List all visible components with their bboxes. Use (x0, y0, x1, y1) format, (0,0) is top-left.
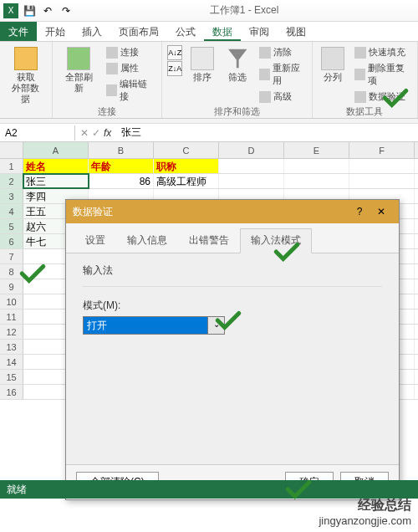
tab-formulas[interactable]: 公式 (167, 22, 204, 41)
sort-icon (191, 47, 214, 70)
cell[interactable]: 年龄 (89, 159, 154, 173)
cell[interactable] (284, 174, 349, 188)
cell[interactable] (219, 159, 284, 173)
dialog-title: 数据验证 (73, 205, 349, 219)
dlg-tab-settings[interactable]: 设置 (74, 228, 116, 253)
tab-insert[interactable]: 插入 (74, 22, 110, 41)
chevron-down-icon[interactable]: ⌄ (208, 316, 225, 335)
undo-icon[interactable]: ↶ (40, 3, 55, 18)
row-header[interactable]: 3 (0, 189, 23, 203)
data-validation-button[interactable]: 数据验证 (353, 90, 412, 104)
accept-formula-icon[interactable]: ✓ (92, 127, 100, 139)
row-header[interactable]: 7 (0, 249, 23, 263)
name-box[interactable]: A2 (0, 125, 75, 141)
sort-button[interactable]: 排序 (187, 45, 217, 84)
properties-icon (106, 63, 118, 74)
connections-icon (106, 47, 118, 59)
cell[interactable]: 张三 (23, 174, 89, 188)
dlg-tab-input[interactable]: 输入信息 (116, 228, 178, 253)
row-header[interactable]: 5 (0, 219, 23, 233)
dlg-tab-ime[interactable]: 输入法模式 (240, 228, 312, 253)
cell[interactable]: 姓名 (23, 159, 89, 173)
edit-links-button[interactable]: 编辑链接 (104, 77, 156, 104)
advanced-filter-button[interactable]: 高级 (257, 90, 306, 104)
tab-view[interactable]: 视图 (278, 22, 314, 41)
redo-icon[interactable]: ↷ (59, 3, 74, 18)
ime-section-label: 输入法 (83, 263, 382, 278)
tab-layout[interactable]: 页面布局 (110, 22, 167, 41)
refresh-icon (67, 47, 90, 70)
tab-data[interactable]: 数据 (204, 22, 241, 41)
row-header[interactable]: 10 (0, 294, 23, 309)
remove-duplicates-button[interactable]: 删除重复项 (353, 61, 412, 88)
tab-review[interactable]: 审阅 (241, 22, 278, 41)
cell[interactable]: 86 (89, 174, 154, 188)
cell[interactable]: 高级工程师 (154, 174, 219, 188)
row-header[interactable]: 15 (0, 370, 23, 384)
group-sort-filter: A↓Z Z↓A 排序 筛选 清除 重新应用 高级 排序和筛选 (162, 42, 312, 118)
text-to-columns-button[interactable]: 分列 (318, 45, 348, 84)
tab-home[interactable]: 开始 (37, 22, 74, 41)
connections-button[interactable]: 连接 (104, 45, 156, 59)
col-header-a[interactable]: A (23, 142, 89, 158)
row-header[interactable]: 6 (0, 234, 23, 248)
save-icon[interactable]: 💾 (22, 3, 37, 18)
tab-file[interactable]: 文件 (0, 22, 37, 41)
ribbon: 获取 外部数据 全部刷新 连接 属性 编辑链接 连接 A↓Z Z↓A 排序 (0, 42, 418, 119)
clear-filter-button[interactable]: 清除 (257, 45, 306, 59)
external-data-icon (14, 47, 38, 70)
row-header[interactable]: 2 (0, 174, 23, 188)
mode-value[interactable]: 打开 (83, 316, 208, 335)
row-header[interactable]: 14 (0, 355, 23, 369)
properties-button[interactable]: 属性 (104, 61, 156, 75)
select-all-corner[interactable] (0, 142, 23, 158)
filter-button[interactable]: 筛选 (222, 45, 252, 84)
mode-label: 模式(M): (83, 299, 382, 313)
refresh-all-button[interactable]: 全部刷新 (58, 45, 99, 95)
window-title: 工作簿1 - Excel (74, 3, 415, 18)
cell[interactable] (219, 174, 284, 188)
flash-fill-button[interactable]: 快速填充 (353, 45, 412, 59)
col-header-e[interactable]: E (284, 142, 349, 158)
cell[interactable] (284, 159, 349, 173)
dialog-help-button[interactable]: ? (349, 206, 370, 217)
excel-icon: X (3, 3, 18, 18)
row-header[interactable]: 4 (0, 204, 23, 218)
fx-icon[interactable]: fx (104, 127, 111, 139)
group-label-connections: 连接 (98, 105, 116, 118)
col-header-b[interactable]: B (89, 142, 154, 158)
dialog-titlebar[interactable]: 数据验证 ? ✕ (66, 200, 399, 223)
sort-asc-button[interactable]: A↓Z (167, 45, 182, 60)
mode-combobox[interactable]: 打开 ⌄ (83, 316, 225, 335)
dup-icon (354, 69, 365, 80)
row-header[interactable]: 11 (0, 309, 23, 324)
formula-input[interactable]: 张三 (116, 124, 418, 141)
dialog-body: 输入法 模式(M): 打开 ⌄ (66, 253, 399, 471)
sort-desc-button[interactable]: Z↓A (167, 61, 182, 76)
row-header[interactable]: 8 (0, 264, 23, 279)
col-header-f[interactable]: F (349, 142, 415, 158)
row-header[interactable]: 1 (0, 159, 23, 173)
reapply-button[interactable]: 重新应用 (257, 61, 306, 88)
cell[interactable] (349, 174, 415, 188)
row-header[interactable]: 16 (0, 385, 23, 399)
title-bar: X 💾 ↶ ↷ 工作簿1 - Excel (0, 0, 418, 22)
split-icon (321, 47, 344, 70)
dialog-close-button[interactable]: ✕ (370, 206, 392, 217)
status-text: 就绪 (7, 483, 27, 497)
grid-row: 2张三86高级工程师 (0, 174, 418, 189)
col-header-d[interactable]: D (219, 142, 284, 158)
validation-icon (354, 91, 366, 103)
col-header-c[interactable]: C (154, 142, 219, 158)
cancel-formula-icon[interactable]: ✕ (80, 127, 89, 139)
get-external-data-button[interactable]: 获取 外部数据 (5, 45, 47, 107)
formula-bar: A2 ✕ ✓ fx 张三 (0, 124, 418, 142)
cell[interactable]: 职称 (154, 159, 219, 173)
group-label-sort: 排序和筛选 (214, 105, 260, 118)
row-header[interactable]: 9 (0, 279, 23, 294)
dlg-tab-error[interactable]: 出错警告 (178, 228, 240, 253)
cell[interactable] (349, 159, 415, 173)
row-header[interactable]: 12 (0, 325, 23, 339)
flash-fill-icon (354, 47, 366, 59)
row-header[interactable]: 13 (0, 340, 23, 354)
